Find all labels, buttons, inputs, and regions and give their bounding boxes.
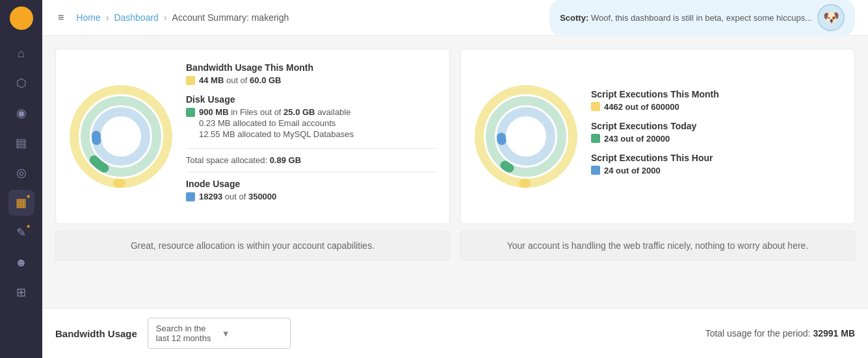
breadcrumb-sep-1: › <box>106 12 109 23</box>
menu-button[interactable]: ≡ <box>55 9 66 26</box>
header: ≡ Home › Dashboard › Account Summary: ma… <box>42 0 868 36</box>
disk-files-line: 900 MB in Files out of 25.0 GB available <box>186 107 436 117</box>
main-content: ≡ Home › Dashboard › Account Summary: ma… <box>42 0 868 358</box>
exec-month-color <box>591 102 600 111</box>
exec-today-value-line: 243 out of 20000 <box>591 134 841 144</box>
disk-mysql-line: 12.55 MB allocated to MySQL Databases <box>199 129 436 139</box>
sidebar: ⌂ ⬡ ◉ ▤ ◎ ▦ ✎★ ☻ ⊞ <box>0 0 42 358</box>
scotty-text: Scotty: Woof, this dashboard is still in… <box>560 13 812 23</box>
bottom-bar: Bandwidth Usage Search in the last 12 mo… <box>42 308 868 358</box>
inode-value-line: 18293 out of 350000 <box>186 192 436 201</box>
total-usage-display: Total usage for the period: 32991 MB <box>705 328 855 339</box>
bandwidth-value-line: 44 MB out of 60.0 GB <box>186 75 436 85</box>
exec-month-section: Script Executions This Month 4462 out of… <box>591 89 841 112</box>
svg-point-10 <box>501 112 551 161</box>
bandwidth-color <box>186 76 195 85</box>
scotty-avatar: 🐶 <box>817 4 845 31</box>
search-period-select[interactable]: Search in the last 12 months ▼ <box>148 318 291 349</box>
bandwidth-section: Bandwidth Usage This Month 44 MB out of … <box>186 62 436 85</box>
exec-month-value: 4462 out of 600000 <box>604 102 679 112</box>
left-stats-panel: Bandwidth Usage This Month 44 MB out of … <box>186 62 436 211</box>
divider-1 <box>186 148 436 149</box>
left-donut-chart <box>69 84 173 188</box>
exec-hour-value-line: 24 out of 2000 <box>591 166 841 175</box>
right-status-text: Your account is handling the web traffic… <box>507 240 809 251</box>
inode-value: 18293 out of 350000 <box>199 192 276 201</box>
sidebar-item-dashboard[interactable]: ▦ <box>8 190 34 216</box>
sidebar-item-more[interactable]: ⊞ <box>8 279 34 305</box>
sidebar-item-reports[interactable]: ✎★ <box>8 220 34 246</box>
divider-2 <box>186 172 436 172</box>
exec-hour-value: 24 out of 2000 <box>604 166 661 175</box>
exec-month-title: Script Executions This Month <box>591 89 841 99</box>
exec-hour-title: Script Executions This Hour <box>591 153 841 163</box>
dropdown-caret-icon: ▼ <box>222 329 282 339</box>
left-status-text: Great, resource allocation is within you… <box>131 240 375 251</box>
svg-point-4 <box>96 112 146 161</box>
inode-section: Inode Usage 18293 out of 350000 <box>186 179 436 201</box>
bandwidth-title: Bandwidth Usage This Month <box>186 62 436 73</box>
scotty-message: Woof, this dashboard is still in beta, e… <box>591 13 812 23</box>
exec-today-section: Script Executions Today 243 out of 20000 <box>591 121 841 144</box>
right-status-bar: Your account is handling the web traffic… <box>460 231 855 261</box>
sidebar-item-layers[interactable]: ▤ <box>8 130 34 156</box>
exec-hour-section: Script Executions This Hour 24 out of 20… <box>591 153 841 175</box>
exec-month-value-line: 4462 out of 600000 <box>591 102 841 112</box>
inode-color <box>186 192 195 201</box>
sidebar-item-box[interactable]: ⬡ <box>8 70 34 96</box>
breadcrumb-current: Account Summary: makerigh <box>172 12 289 23</box>
right-donut-chart <box>474 84 578 188</box>
disk-email-line: 0.23 MB allocated to Email accounts <box>199 118 436 128</box>
left-status-bar: Great, resource allocation is within you… <box>55 231 450 261</box>
sidebar-item-target[interactable]: ◎ <box>8 160 34 186</box>
breadcrumb-dashboard[interactable]: Dashboard <box>114 12 159 23</box>
exec-today-title: Script Executions Today <box>591 121 841 131</box>
inode-title: Inode Usage <box>186 179 436 189</box>
total-usage-value: 32991 MB <box>813 328 855 339</box>
disk-title: Disk Usage <box>186 94 436 105</box>
total-space-note: Total space allocated: 0.89 GB <box>186 155 436 165</box>
sidebar-item-home[interactable]: ⌂ <box>8 40 34 66</box>
disk-files-value: 900 MB in Files out of 25.0 GB available <box>199 107 350 117</box>
breadcrumb-sep-2: › <box>164 12 167 23</box>
cards-row: Bandwidth Usage This Month 44 MB out of … <box>55 49 855 261</box>
page-body: Bandwidth Usage This Month 44 MB out of … <box>42 36 868 308</box>
scotty-prefix: Scotty: <box>560 13 588 23</box>
right-card: Script Executions This Month 4462 out of… <box>460 49 855 224</box>
total-usage-prefix: Total usage for the period: <box>705 328 813 339</box>
breadcrumb-home[interactable]: Home <box>76 12 100 23</box>
exec-today-color <box>591 134 600 143</box>
sidebar-logo <box>10 6 33 30</box>
bandwidth-value: 44 MB out of 60.0 GB <box>199 75 281 85</box>
search-period-value: Search in the last 12 months <box>156 324 217 343</box>
sidebar-item-user[interactable]: ☻ <box>8 249 34 275</box>
bandwidth-usage-label: Bandwidth Usage <box>55 328 137 339</box>
disk-section: Disk Usage 900 MB in Files out of 25.0 G… <box>186 94 436 139</box>
exec-today-value: 243 out of 20000 <box>604 134 670 144</box>
disk-color <box>186 108 195 117</box>
breadcrumb: Home › Dashboard › Account Summary: make… <box>76 12 540 23</box>
scotty-banner: Scotty: Woof, this dashboard is still in… <box>549 0 855 36</box>
exec-hour-color <box>591 166 600 175</box>
right-stats-panel: Script Executions This Month 4462 out of… <box>591 89 841 185</box>
left-card: Bandwidth Usage This Month 44 MB out of … <box>55 49 450 224</box>
sidebar-item-globe[interactable]: ◉ <box>8 100 34 126</box>
